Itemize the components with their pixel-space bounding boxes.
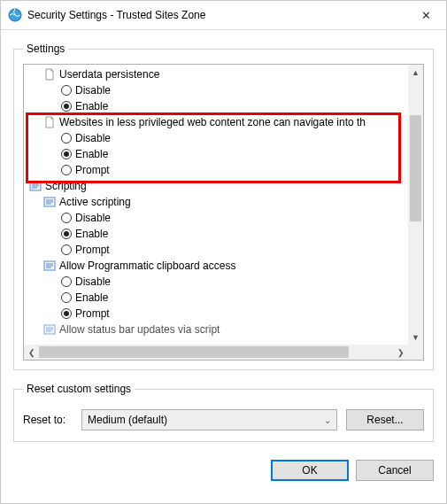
item-label: Userdata persistence: [59, 68, 159, 81]
dialog-button-bar: OK Cancel: [13, 460, 434, 481]
radio-icon: [61, 292, 72, 303]
dialog-client-area: Settings Userdata persistence: [1, 30, 446, 503]
option-label: Prompt: [75, 164, 110, 176]
item-scripting-header: Scripting: [24, 178, 408, 194]
reset-legend: Reset custom settings: [23, 383, 135, 395]
option-label: Disable: [75, 275, 111, 288]
radio-websites-disable[interactable]: Disable: [24, 130, 408, 146]
reset-row: Reset to: Medium (default) ⌄ Reset...: [23, 404, 424, 432]
item-label: Allow Programmatic clipboard access: [59, 260, 235, 272]
option-label: Disable: [75, 84, 111, 97]
option-label: Enable: [75, 291, 108, 304]
reset-level-dropdown[interactable]: Medium (default) ⌄: [81, 409, 337, 430]
chevron-down-icon: ⌄: [324, 415, 331, 425]
scroll-up-arrow[interactable]: ▲: [408, 65, 423, 80]
ok-button[interactable]: OK: [271, 460, 349, 481]
document-icon: [43, 116, 56, 128]
radio-websites-prompt[interactable]: Prompt: [24, 162, 408, 178]
vertical-scroll-track[interactable]: [408, 80, 423, 330]
scripting-item-icon: [43, 323, 56, 336]
horizontal-scroll-thumb[interactable]: [39, 346, 349, 358]
item-active-scripting: Active scripting: [24, 194, 408, 210]
radio-icon: [61, 244, 72, 255]
scripting-item-icon: [43, 260, 56, 272]
option-label: Disable: [75, 132, 111, 144]
security-settings-dialog: Security Settings - Trusted Sites Zone ✕…: [0, 0, 447, 504]
settings-legend: Settings: [23, 43, 68, 55]
reset-level-selected: Medium (default): [88, 414, 167, 426]
item-label: Active scripting: [59, 196, 131, 208]
item-label: Allow status bar updates via script: [59, 323, 220, 336]
vertical-scroll-thumb[interactable]: [410, 115, 421, 221]
title-bar: Security Settings - Trusted Sites Zone ✕: [1, 1, 446, 30]
radio-icon: [61, 85, 72, 96]
close-button[interactable]: ✕: [406, 1, 446, 29]
radio-icon: [61, 149, 72, 159]
option-label: Disable: [75, 212, 111, 224]
item-label: Scripting: [45, 180, 87, 192]
settings-tree: Userdata persistence Disable Enable: [23, 64, 424, 361]
reset-to-label: Reset to:: [23, 414, 73, 426]
radio-icon: [61, 213, 72, 223]
settings-group: Settings Userdata persistence: [13, 43, 434, 370]
horizontal-scrollbar[interactable]: ❮ ❯: [24, 345, 408, 360]
radio-activescript-disable[interactable]: Disable: [24, 210, 408, 226]
reset-group: Reset custom settings Reset to: Medium (…: [13, 383, 434, 442]
scripting-item-icon: [43, 196, 56, 208]
vertical-scrollbar[interactable]: ▲ ▼: [408, 65, 423, 345]
horizontal-scroll-track[interactable]: [39, 345, 393, 360]
option-label: Enable: [75, 228, 108, 240]
radio-icon: [61, 308, 72, 319]
radio-activescript-enable[interactable]: Enable: [24, 226, 408, 242]
app-icon: [8, 8, 22, 22]
radio-icon: [61, 133, 72, 143]
document-icon: [43, 68, 56, 81]
radio-clipboard-disable[interactable]: Disable: [24, 274, 408, 290]
radio-icon: [61, 165, 72, 175]
radio-icon: [61, 101, 72, 112]
close-icon: ✕: [421, 10, 431, 21]
option-label: Enable: [75, 100, 108, 112]
scripting-group-icon: [29, 180, 42, 192]
scroll-right-arrow[interactable]: ❯: [393, 345, 408, 360]
reset-button[interactable]: Reset...: [346, 409, 424, 430]
scroll-down-arrow[interactable]: ▼: [408, 330, 423, 345]
option-label: Enable: [75, 148, 108, 160]
cancel-button[interactable]: Cancel: [356, 460, 434, 481]
scrollbar-corner: [408, 345, 423, 360]
settings-tree-viewport: Userdata persistence Disable Enable: [24, 65, 408, 345]
option-label: Prompt: [75, 244, 110, 256]
radio-icon: [61, 229, 72, 239]
settings-tree-content: Userdata persistence Disable Enable: [24, 65, 408, 337]
radio-icon: [61, 276, 72, 287]
radio-userdata-disable[interactable]: Disable: [24, 82, 408, 98]
item-websites-less-privileged: Websites in less privileged web content …: [24, 114, 408, 130]
radio-websites-enable[interactable]: Enable: [24, 146, 408, 162]
item-userdata-persistence: Userdata persistence: [24, 66, 408, 82]
item-programmatic-clipboard: Allow Programmatic clipboard access: [24, 258, 408, 274]
window-title: Security Settings - Trusted Sites Zone: [27, 9, 406, 21]
radio-activescript-prompt[interactable]: Prompt: [24, 242, 408, 258]
scroll-left-arrow[interactable]: ❮: [24, 345, 39, 360]
item-statusbar-updates: Allow status bar updates via script: [24, 322, 408, 337]
radio-clipboard-enable[interactable]: Enable: [24, 290, 408, 306]
option-label: Prompt: [75, 307, 110, 320]
item-label: Websites in less privileged web content …: [59, 116, 366, 128]
radio-userdata-enable[interactable]: Enable: [24, 98, 408, 114]
radio-clipboard-prompt[interactable]: Prompt: [24, 306, 408, 322]
